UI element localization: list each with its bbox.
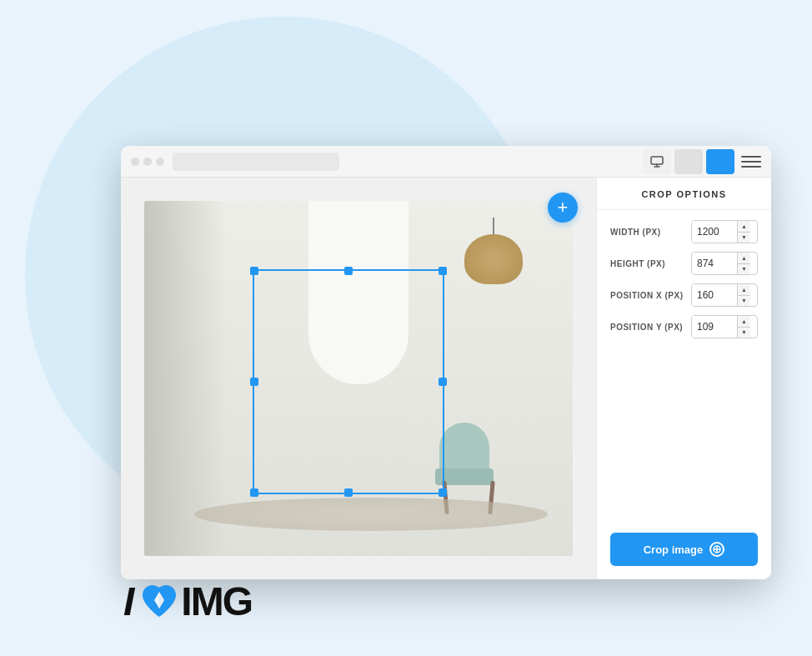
crop-handle-middle-right[interactable] [439,378,447,386]
height-spinner[interactable]: ▲ ▼ [737,253,750,274]
pos-x-field-row: POSITION X (PX) ▲ ▼ [610,283,758,307]
pos-x-spinner[interactable]: ▲ ▼ [737,284,750,306]
crop-handle-top-right[interactable] [439,267,447,275]
pos-y-label: POSITION Y (PX) [610,323,683,332]
add-image-button[interactable]: + [548,193,578,223]
pos-y-up[interactable]: ▲ [738,316,750,328]
browser-icons-right [643,149,761,174]
lamp-cord [493,218,494,234]
address-bar[interactable] [173,153,339,171]
crop-handle-top-middle[interactable] [344,267,353,275]
room-lamp [464,218,523,284]
width-input-wrap[interactable]: ▲ ▼ [691,220,758,243]
crop-button-label: Crop image [644,543,704,556]
pos-y-field-row: POSITION Y (PX) ▲ ▼ [610,315,758,338]
panel-fields: WIDTH (PX) ▲ ▼ HEIGHT (PX) [597,210,771,523]
crop-handle-top-left[interactable] [250,267,258,275]
height-down[interactable]: ▼ [738,264,750,275]
view-icon-blue[interactable] [706,149,734,174]
right-panel: CROP OPTIONS WIDTH (PX) ▲ ▼ HEIGHT ( [596,178,771,579]
pos-x-input[interactable] [692,284,737,306]
pos-y-down[interactable]: ▼ [738,328,750,338]
room-shadow [144,201,228,556]
browser-topbar [121,146,771,178]
width-down[interactable]: ▼ [738,233,750,243]
width-field-row: WIDTH (PX) ▲ ▼ [610,220,758,243]
browser-window: + CROP OPTIONS WIDTH (PX) ▲ ▼ [121,146,771,579]
width-label: WIDTH (PX) [610,228,661,237]
width-up[interactable]: ▲ [738,221,750,233]
lamp-shade [464,234,523,284]
logo-letter-i: I [123,578,134,624]
crop-handle-bottom-right[interactable] [439,488,447,497]
hamburger-icon[interactable] [741,152,761,172]
height-input[interactable] [692,253,737,274]
height-input-wrap[interactable]: ▲ ▼ [691,252,758,275]
logo-area: I IMG [123,578,252,624]
pos-y-input[interactable] [692,316,737,338]
pos-x-up[interactable]: ▲ [738,284,750,296]
image-area: + [121,178,596,579]
view-icon-gray[interactable] [674,149,703,174]
pos-x-label: POSITION X (PX) [610,291,684,300]
pos-y-input-wrap[interactable]: ▲ ▼ [691,315,758,338]
browser-dot-2 [143,158,152,166]
svg-rect-0 [651,157,663,164]
crop-image-button[interactable]: Crop image [610,533,758,566]
room-image [144,201,573,556]
crop-handle-bottom-middle[interactable] [344,488,353,497]
pos-x-down[interactable]: ▼ [738,296,750,307]
width-input[interactable] [692,221,737,243]
height-field-row: HEIGHT (PX) ▲ ▼ [610,252,758,275]
crop-handle-bottom-left[interactable] [250,488,258,497]
crop-handle-middle-left[interactable] [250,378,258,386]
browser-dot-1 [131,158,139,166]
monitor-icon[interactable] [643,149,671,174]
crop-overlay[interactable] [253,269,444,494]
browser-content: + CROP OPTIONS WIDTH (PX) ▲ ▼ [121,178,771,579]
pos-y-spinner[interactable]: ▲ ▼ [737,316,750,338]
width-spinner[interactable]: ▲ ▼ [737,221,750,243]
browser-dots [131,158,164,166]
height-label: HEIGHT (PX) [610,259,665,268]
crop-button-icon [709,542,724,557]
pos-x-input-wrap[interactable]: ▲ ▼ [691,283,758,307]
panel-title: CROP OPTIONS [597,178,771,210]
room-rug [194,498,548,531]
browser-dot-3 [156,158,164,166]
logo-heart-icon [138,580,181,623]
logo-text-img: IMG [181,578,252,624]
height-up[interactable]: ▲ [738,253,750,264]
crop-button-wrap: Crop image [597,523,771,579]
